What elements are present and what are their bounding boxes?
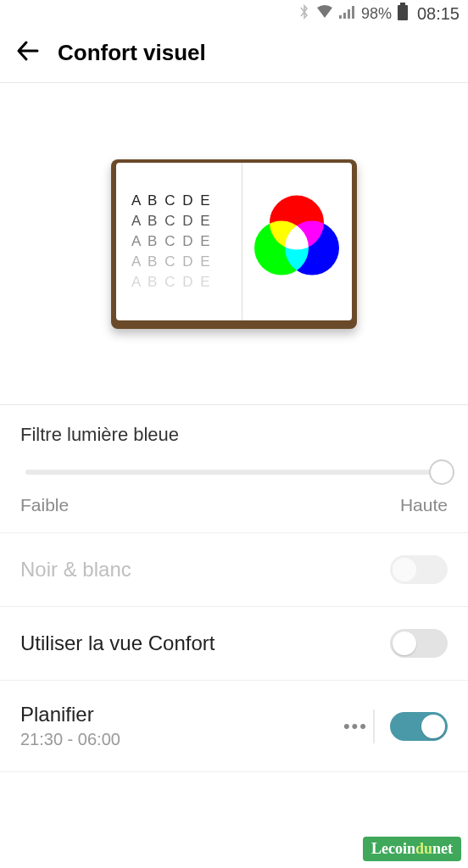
svg-rect-1 — [343, 13, 346, 19]
blue-light-filter-section: Filtre lumière bleue Faible Haute — [0, 405, 468, 533]
book-page-left: A B C D E A B C D E A B C D E A B C D E … — [116, 163, 242, 320]
comfort-view-row[interactable]: Utiliser la vue Confort — [0, 607, 468, 681]
svg-rect-4 — [400, 3, 405, 5]
page-title: Confort visuel — [58, 40, 206, 66]
filter-label: Filtre lumière bleue — [20, 424, 448, 446]
more-icon[interactable]: ••• — [343, 709, 375, 743]
svg-rect-0 — [339, 15, 342, 19]
slider-max-label: Haute — [400, 495, 448, 515]
comfort-view-toggle[interactable] — [390, 629, 448, 658]
sample-text: A B C D E — [131, 233, 242, 250]
schedule-text: Planifier 21:30 - 06:00 — [20, 703, 120, 749]
illustration: A B C D E A B C D E A B C D E A B C D E … — [0, 83, 468, 405]
clock-time: 08:15 — [417, 4, 460, 24]
sample-text: A B C D E — [131, 253, 242, 270]
schedule-toggle[interactable] — [390, 712, 448, 741]
signal-icon — [339, 4, 356, 24]
schedule-sublabel: 21:30 - 06:00 — [20, 730, 120, 749]
back-arrow-icon[interactable] — [15, 39, 39, 67]
battery-icon — [397, 3, 409, 25]
wifi-icon — [315, 4, 334, 24]
slider-thumb[interactable] — [429, 459, 454, 485]
battery-percent: 98% — [361, 5, 392, 23]
black-white-label: Noir & blanc — [20, 558, 131, 581]
svg-point-8 — [285, 220, 339, 275]
svg-rect-3 — [352, 6, 354, 19]
watermark: Lecoindunet — [363, 837, 461, 861]
svg-rect-2 — [348, 9, 350, 19]
schedule-row[interactable]: Planifier 21:30 - 06:00 ••• — [0, 681, 468, 772]
schedule-label: Planifier — [20, 703, 120, 726]
sample-text: A B C D E — [131, 213, 242, 230]
bluetooth-icon — [298, 3, 310, 25]
sample-text: A B C D E — [131, 274, 242, 291]
slider-labels: Faible Haute — [20, 495, 448, 515]
status-bar: 98% 08:15 — [0, 0, 468, 27]
book-page-right — [242, 163, 353, 320]
black-white-toggle — [390, 555, 448, 584]
app-header: Confort visuel — [0, 27, 468, 83]
slider-min-label: Faible — [20, 495, 69, 515]
black-white-row: Noir & blanc — [0, 533, 468, 607]
sample-text: A B C D E — [131, 192, 242, 209]
book-illustration: A B C D E A B C D E A B C D E A B C D E … — [111, 159, 357, 329]
filter-slider[interactable] — [25, 470, 443, 475]
comfort-view-label: Utiliser la vue Confort — [20, 632, 214, 655]
svg-rect-5 — [398, 5, 408, 20]
